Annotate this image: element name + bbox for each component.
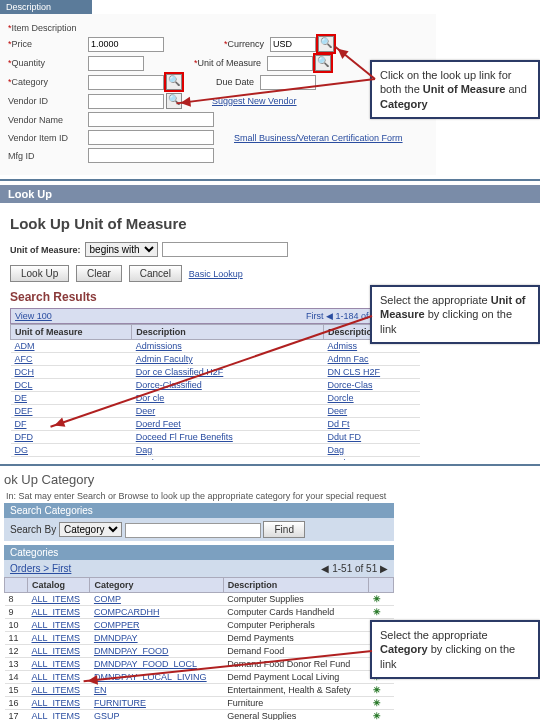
- catalog-link[interactable]: ALL_ITEMS: [32, 607, 81, 617]
- basic-lookup-link[interactable]: Basic Lookup: [189, 269, 243, 279]
- tree-icon[interactable]: ✳: [369, 710, 394, 721]
- desc-link[interactable]: Admissions: [136, 341, 182, 351]
- desc2-link[interactable]: Deer: [328, 406, 348, 416]
- category-link[interactable]: FURNITURE: [94, 698, 146, 708]
- category-link[interactable]: COMP: [94, 594, 121, 604]
- col-catalog[interactable]: Catalog: [28, 578, 90, 593]
- desc2-link[interactable]: Admn Fac: [328, 354, 369, 364]
- desc2-link[interactable]: Dag: [328, 445, 345, 455]
- table-row: DCHDor ce Classified H2FDN CLS H2F: [11, 366, 420, 379]
- uom-link[interactable]: DG: [15, 445, 29, 455]
- col-desc1[interactable]: Description: [132, 325, 324, 340]
- category-link[interactable]: COMPPER: [94, 620, 140, 630]
- table-row: 16ALL_ITEMSFURNITUREFurniture✳: [5, 697, 394, 710]
- uom-link[interactable]: DEF: [15, 406, 33, 416]
- uom-link[interactable]: DCL: [15, 380, 33, 390]
- catalog-link[interactable]: ALL_ITEMS: [32, 620, 81, 630]
- lookup-value-input[interactable]: [162, 242, 288, 257]
- uom-link[interactable]: AFC: [15, 354, 33, 364]
- uom-link[interactable]: DCH: [15, 367, 35, 377]
- uom-link[interactable]: DE: [15, 393, 28, 403]
- category-link[interactable]: EN: [94, 685, 107, 695]
- quantity-input[interactable]: [88, 56, 144, 71]
- table-row: 11ALL_ITEMSDMNDPAYDemd Payments✳: [5, 632, 394, 645]
- table-row: 14ALL_ITEMSDMNDPAY_LOCAL_LIVINGDemd Paym…: [5, 671, 394, 684]
- uom-link[interactable]: DF: [15, 419, 27, 429]
- col-category[interactable]: Category: [90, 578, 223, 593]
- catalog-link[interactable]: ALL_ITEMS: [32, 672, 81, 682]
- desc2-link[interactable]: Admiss: [328, 341, 358, 351]
- lookup-op-select[interactable]: begins with: [85, 242, 158, 257]
- category-paging[interactable]: ◀ 1-51 of 51 ▶: [321, 563, 388, 574]
- desc-link[interactable]: Deer: [136, 406, 156, 416]
- category-link[interactable]: GSUP: [94, 711, 120, 720]
- category-title: ok Up Category: [0, 470, 540, 489]
- table-row: 17ALL_ITEMSGSUPGeneral Supplies✳: [5, 710, 394, 721]
- callout-select-uom: Select the appropriate Unit of Measure b…: [370, 285, 540, 344]
- callout-lookup: Click on the look up link for both the U…: [370, 60, 540, 119]
- vendorid-input[interactable]: [88, 94, 164, 109]
- label-currency: Currency: [224, 39, 264, 49]
- smallbiz-link[interactable]: Small Business/Veteran Certification For…: [234, 133, 403, 143]
- desc2-link[interactable]: Dd Ft: [328, 419, 350, 429]
- desc-link[interactable]: Dag: [136, 445, 153, 455]
- tree-icon[interactable]: ✳: [369, 593, 394, 606]
- desc-link[interactable]: Doerd Feet: [136, 419, 181, 429]
- desc2-link[interactable]: Dock: [328, 458, 349, 460]
- uom-input[interactable]: [267, 56, 313, 71]
- table-row: 10ALL_ITEMSCOMPPERComputer Peripherals✳: [5, 619, 394, 632]
- tree-icon[interactable]: ✳: [369, 697, 394, 710]
- form-panel: Description Item Description Price Curre…: [0, 0, 540, 175]
- category-link[interactable]: COMPCARDHH: [94, 607, 160, 617]
- col-tree: [369, 578, 394, 593]
- category-lookup-icon[interactable]: 🔍: [166, 74, 182, 90]
- cancel-button[interactable]: Cancel: [129, 265, 182, 282]
- desc2-link[interactable]: Dorcle: [328, 393, 354, 403]
- tab-description[interactable]: Description: [0, 0, 92, 14]
- category-input[interactable]: [88, 75, 164, 90]
- category-search-input[interactable]: [125, 523, 261, 538]
- category-panel: ok Up Category In: Sat may enter Search …: [0, 470, 540, 720]
- col-uom[interactable]: Unit of Measure: [11, 325, 132, 340]
- uom-link[interactable]: DFD: [15, 432, 34, 442]
- tree-icon[interactable]: ✳: [369, 606, 394, 619]
- desc-link[interactable]: Admin Faculty: [136, 354, 193, 364]
- label-vendorname: Vendor Name: [8, 115, 88, 125]
- searchby-label: Search By: [10, 524, 56, 535]
- vendoritemid-input[interactable]: [88, 130, 214, 145]
- category-link[interactable]: DMNDPAY_FOOD_LOCL: [94, 659, 197, 669]
- desc2-link[interactable]: DN CLS H2F: [328, 367, 381, 377]
- lookup-panel: Look Up Look Up Unit of Measure Unit of …: [0, 185, 540, 460]
- breadcrumb[interactable]: Orders > First: [10, 563, 71, 574]
- desc-link[interactable]: Doceed Fl Frue Benefits: [136, 432, 233, 442]
- catalog-link[interactable]: ALL_ITEMS: [32, 685, 81, 695]
- category-link[interactable]: DMNDPAY_FOOD: [94, 646, 169, 656]
- catalog-link[interactable]: ALL_ITEMS: [32, 711, 81, 720]
- catalog-link[interactable]: ALL_ITEMS: [32, 594, 81, 604]
- catalog-link[interactable]: ALL_ITEMS: [32, 633, 81, 643]
- col-catdesc[interactable]: Description: [223, 578, 368, 593]
- catalog-link[interactable]: ALL_ITEMS: [32, 698, 81, 708]
- uom-link[interactable]: ADM: [15, 341, 35, 351]
- lookup-button[interactable]: Look Up: [10, 265, 69, 282]
- desc2-link[interactable]: Dorce-Clas: [328, 380, 373, 390]
- table-row: DKDLckDock: [11, 457, 420, 461]
- searchby-select[interactable]: Category: [59, 522, 122, 537]
- table-row: DFDDoceed Fl Frue BenefitsDdut FD: [11, 431, 420, 444]
- mfgid-input[interactable]: [88, 148, 214, 163]
- desc2-link[interactable]: Ddut FD: [328, 432, 362, 442]
- category-link[interactable]: DMNDPAY: [94, 633, 138, 643]
- tree-icon[interactable]: ✳: [369, 684, 394, 697]
- view-100-link[interactable]: View 100: [15, 311, 52, 321]
- catalog-link[interactable]: ALL_ITEMS: [32, 646, 81, 656]
- uom-lookup-icon[interactable]: 🔍: [315, 55, 331, 71]
- catalog-link[interactable]: ALL_ITEMS: [32, 659, 81, 669]
- vendorname-input[interactable]: [88, 112, 214, 127]
- label-uom: Unit of Measure: [194, 58, 261, 68]
- currency-input[interactable]: [270, 37, 316, 52]
- find-button[interactable]: Find: [263, 521, 304, 538]
- uom-link[interactable]: DK: [15, 458, 28, 460]
- desc-link[interactable]: DLck: [136, 458, 157, 460]
- clear-button[interactable]: Clear: [76, 265, 122, 282]
- price-input[interactable]: [88, 37, 164, 52]
